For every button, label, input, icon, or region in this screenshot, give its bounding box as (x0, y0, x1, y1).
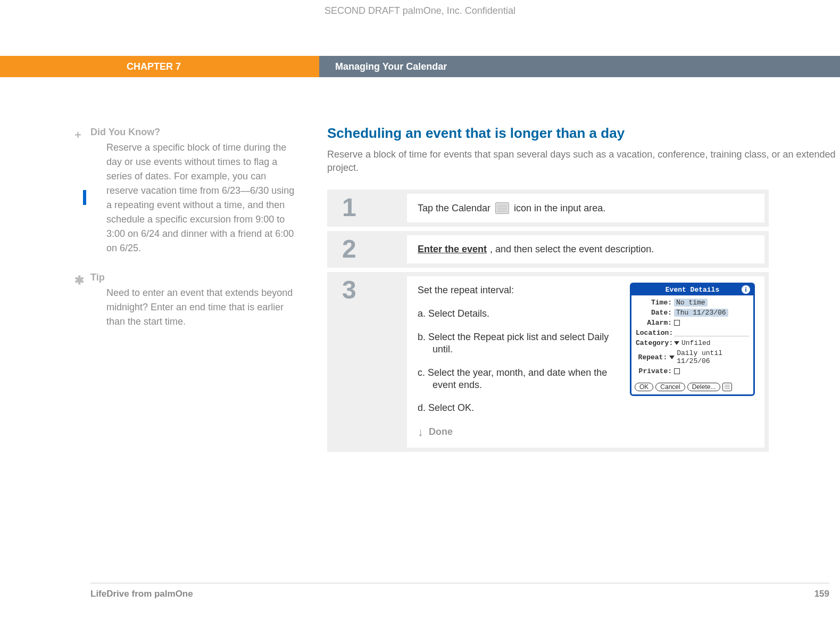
alarm-checkbox[interactable] (674, 320, 680, 326)
plus-icon: + (74, 126, 81, 144)
category-label: Category: (636, 339, 674, 347)
step-1-number: 1 (327, 189, 407, 227)
change-bar-icon (83, 190, 86, 205)
step-1-body: Tap the Calendar icon in the input area. (407, 194, 764, 222)
time-label: Time: (636, 299, 674, 307)
repeat-label: Repeat: (636, 353, 669, 361)
step-3: 3 Set the repeat interval: a. Select Det… (327, 272, 769, 451)
step-2-body: Enter the event, and then select the eve… (407, 235, 764, 263)
done-label: Done (429, 426, 453, 438)
calendar-icon (495, 202, 509, 214)
step-3-body: Set the repeat interval: a. Select Detai… (407, 276, 764, 447)
date-selector[interactable]: Thu 11/23/06 (674, 309, 728, 317)
step-3d: d. Select OK. (418, 402, 630, 414)
dialog-title: Event Details (666, 286, 719, 294)
chapter-header: CHAPTER 7 Managing Your Calendar (0, 56, 840, 77)
location-field[interactable] (674, 330, 749, 336)
enter-event-link[interactable]: Enter the event (418, 244, 487, 255)
section-intro: Reserve a block of time for events that … (327, 148, 838, 175)
section-heading: Scheduling an event that is longer than … (327, 125, 840, 142)
steps-container: 1 Tap the Calendar icon in the input are… (327, 189, 769, 451)
step-2: 2 Enter the event, and then select the e… (327, 231, 769, 268)
dropdown-icon (669, 356, 675, 359)
cancel-button[interactable]: Cancel (655, 383, 685, 391)
event-details-dialog: Event Details i Time: No time Date: Thu … (630, 283, 755, 396)
private-checkbox[interactable] (674, 368, 680, 374)
ok-button[interactable]: OK (635, 383, 653, 391)
date-label: Date: (636, 309, 674, 317)
step-1: 1 Tap the Calendar icon in the input are… (327, 189, 769, 227)
did-you-know-title: Did You Know? (90, 125, 301, 139)
private-label: Private: (636, 367, 674, 375)
chapter-label: CHAPTER 7 (127, 61, 181, 72)
step-3-number: 3 (327, 272, 407, 451)
dropdown-icon (674, 341, 679, 345)
chapter-title-box: Managing Your Calendar (319, 56, 840, 77)
tip-title: Tip (90, 270, 301, 285)
tip-body: Need to enter an event that extends beyo… (90, 286, 301, 329)
note-icon[interactable] (722, 383, 732, 391)
footer-product: LifeDrive from palmOne (90, 589, 193, 599)
footer-page-number: 159 (814, 589, 829, 599)
chapter-title: Managing Your Calendar (335, 61, 447, 72)
page-footer: LifeDrive from palmOne 159 (90, 583, 829, 599)
sidebar: + Did You Know? Reserve a specific block… (90, 125, 301, 456)
down-arrow-icon: ↓ (418, 425, 423, 439)
repeat-picklist[interactable]: Daily until 11/25/06 (677, 349, 749, 365)
step-1-text-before: Tap the Calendar (418, 203, 490, 214)
did-you-know-block: + Did You Know? Reserve a specific block… (90, 125, 301, 255)
step-2-text-after: , and then select the event description. (490, 244, 654, 255)
did-you-know-body: Reserve a specific block of time during … (90, 141, 301, 255)
step-3c: c. Select the year, month, and date when… (418, 367, 630, 392)
done-indicator: ↓ Done (418, 425, 754, 439)
main-column: Scheduling an event that is longer than … (301, 125, 840, 456)
step-3a: a. Select Details. (418, 308, 630, 320)
confidential-watermark: SECOND DRAFT palmOne, Inc. Confidential (0, 5, 840, 16)
location-label: Location: (636, 329, 674, 337)
dialog-title-bar: Event Details i (631, 284, 753, 295)
category-picklist[interactable]: Unfiled (681, 339, 711, 347)
asterisk-icon: ✱ (74, 271, 84, 289)
info-icon[interactable]: i (742, 285, 750, 294)
step-1-text-after: icon in the input area. (514, 203, 605, 214)
delete-button[interactable]: Delete... (687, 383, 721, 391)
alarm-label: Alarm: (636, 319, 674, 327)
tip-block: ✱ Tip Need to enter an event that extend… (90, 270, 301, 329)
chapter-label-box: CHAPTER 7 (0, 56, 319, 77)
time-selector[interactable]: No time (674, 299, 708, 307)
step-3b: b. Select the Repeat pick list and selec… (418, 331, 630, 356)
step-2-number: 2 (327, 231, 407, 268)
